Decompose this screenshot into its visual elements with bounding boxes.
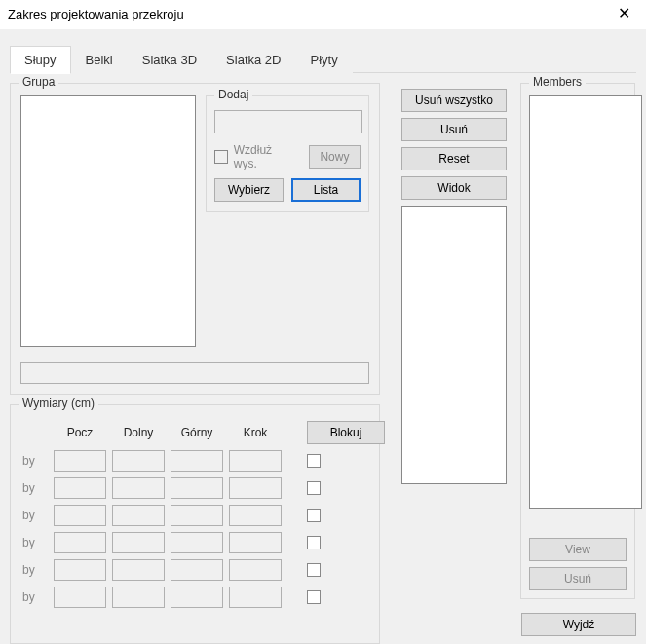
wzdluz-wys-label: Wzdłuż wys. [234,143,297,170]
window: Zakres projektowania przekroju ✕ Słupy B… [0,0,646,644]
dim-row: by [20,587,369,608]
dim-gorny-input[interactable] [171,532,223,553]
tab-belki[interactable]: Belki [71,46,128,73]
tab-siatka-3d[interactable]: Siatka 3D [128,46,211,73]
dim-header-gorny: Górny [171,426,223,439]
dim-gorny-input[interactable] [171,559,223,581]
dim-gorny-input[interactable] [171,587,223,608]
dim-header-krok: Krok [229,426,282,439]
dim-krok-input[interactable] [229,505,282,526]
dim-row-label: by [20,563,48,577]
wzdluz-wys-checkbox[interactable] [214,150,228,164]
legend-dodaj: Dodaj [214,88,252,101]
lista-button[interactable]: Lista [291,178,361,202]
dim-row-checkbox[interactable] [307,536,321,549]
dim-row-label: by [20,509,48,522]
widok-button[interactable]: Widok [401,176,507,200]
window-title: Zakres projektowania przekroju [8,7,184,21]
dim-krok-input[interactable] [229,559,282,581]
members-view-button[interactable]: View [529,538,627,561]
tab-slupy[interactable]: Słupy [10,46,71,74]
dim-dolny-input[interactable] [112,532,165,553]
dim-row-checkbox[interactable] [307,509,321,522]
dim-pocz-input[interactable] [54,505,106,526]
usun-button[interactable]: Usuń [401,118,507,141]
tabs: Słupy Belki Siatka 3D Siatka 2D Płyty [10,45,636,73]
dodaj-input[interactable] [214,110,362,133]
close-icon[interactable]: ✕ [612,6,636,21]
members-listbox[interactable] [529,95,642,509]
dim-row-checkbox[interactable] [307,454,321,468]
dim-pocz-input[interactable] [54,532,106,553]
titlebar: Zakres projektowania przekroju ✕ [0,0,646,25]
dim-pocz-input[interactable] [54,559,106,581]
dim-gorny-input[interactable] [171,477,223,499]
dim-gorny-input[interactable] [171,505,223,526]
dim-row-checkbox[interactable] [307,563,321,577]
usun-wszystko-button[interactable]: Usuń wszystko [401,89,507,112]
dim-row-checkbox[interactable] [307,481,321,495]
dim-krok-input[interactable] [229,587,282,608]
nowy-button[interactable]: Nowy [309,145,361,169]
reset-button[interactable]: Reset [401,147,507,170]
dim-krok-input[interactable] [229,532,282,553]
dim-dolny-input[interactable] [112,587,165,608]
action-buttons: Usuń wszystko Usuń Reset Widok [401,83,509,200]
dim-krok-input[interactable] [229,450,282,472]
members-usun-button[interactable]: Usuń [529,567,627,590]
wyjdz-button[interactable]: Wyjdź [521,613,636,636]
dim-header-pocz: Pocz [54,426,106,439]
grupa-listbox-wrap [20,95,196,347]
dim-row: by [20,505,369,526]
tab-plyty[interactable]: Płyty [295,46,352,73]
group-box-wymiary: Wymiary (cm) Pocz Dolny Górny Krok Bloku… [10,404,380,644]
blokuj-button[interactable]: Blokuj [307,421,385,444]
grupa-bottom-input[interactable] [20,362,369,384]
group-box-members: Members View Usuń [520,83,635,599]
tab-content: Grupa Dodaj Wzdłuż wys. [10,73,636,644]
dim-pocz-input[interactable] [54,587,106,608]
dim-dolny-input[interactable] [112,505,165,526]
dim-row: by [20,532,369,553]
dim-pocz-input[interactable] [54,477,106,499]
wybierz-button[interactable]: Wybierz [214,178,284,202]
grupa-listbox[interactable] [20,95,196,347]
client-area: Słupy Belki Siatka 3D Siatka 2D Płyty Gr… [0,29,646,644]
dim-gorny-input[interactable] [171,450,223,472]
tab-siatka-2d[interactable]: Siatka 2D [211,46,295,73]
legend-wymiary: Wymiary (cm) [19,397,98,410]
dim-row: by [20,477,369,499]
tabs-row: Słupy Belki Siatka 3D Siatka 2D Płyty [10,45,636,73]
left-column: Grupa Dodaj Wzdłuż wys. [10,83,390,644]
legend-members: Members [529,75,586,89]
group-box-dodaj: Dodaj Wzdłuż wys. Nowy Wybierz Lista [206,95,369,212]
group-box-grupa: Grupa Dodaj Wzdłuż wys. [10,83,380,395]
mid-listbox[interactable] [401,206,507,484]
dim-row: by [20,450,369,472]
dim-dolny-input[interactable] [112,477,165,499]
right-column: Members View Usuń [520,83,637,644]
dim-header-dolny: Dolny [112,426,165,439]
legend-grupa: Grupa [19,75,58,89]
dim-row-label: by [20,536,48,549]
exit-bar: Wyjdź [521,613,636,636]
mid-column: Usuń wszystko Usuń Reset Widok [401,83,509,644]
dim-pocz-input[interactable] [54,450,106,472]
dim-row-checkbox[interactable] [307,590,321,604]
dim-krok-input[interactable] [229,477,282,499]
dim-header-row: Pocz Dolny Górny Krok Blokuj [20,421,369,444]
dim-dolny-input[interactable] [112,450,165,472]
dim-dolny-input[interactable] [112,559,165,581]
dim-row-label: by [20,454,48,468]
dim-row: by [20,559,369,581]
dim-row-label: by [20,481,48,495]
dim-row-label: by [20,590,48,604]
